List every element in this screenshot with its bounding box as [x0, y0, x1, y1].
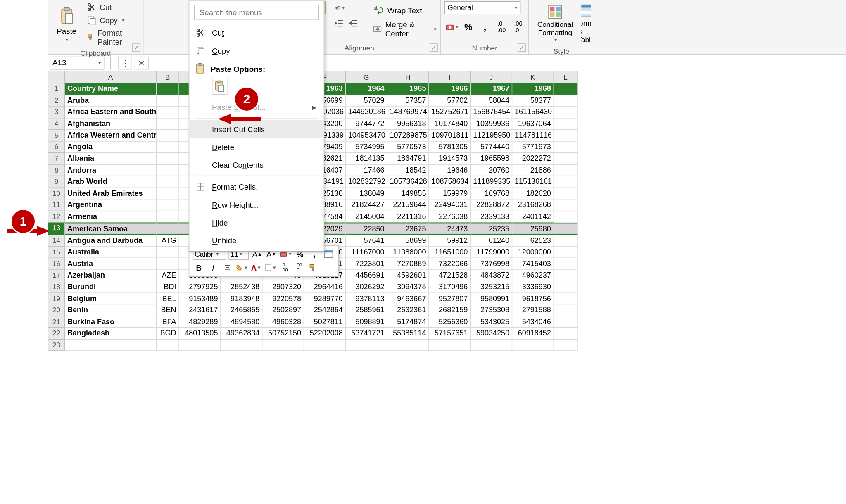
cell[interactable]: 21886 [512, 164, 554, 176]
cell[interactable]: 7270889 [387, 258, 429, 270]
cell[interactable]: 9153489 [179, 293, 221, 304]
cell[interactable]: 9463667 [387, 293, 429, 304]
merge-center-button[interactable]: Merge & Center ▾ [370, 19, 440, 40]
cell[interactable] [512, 340, 554, 351]
cell[interactable] [471, 340, 512, 351]
row-header[interactable]: 13 [48, 223, 65, 235]
cell[interactable]: 3170496 [429, 281, 471, 293]
cell[interactable]: 4843872 [471, 270, 512, 281]
cell[interactable]: 2502897 [262, 304, 304, 316]
row-header[interactable]: 14 [48, 235, 65, 247]
cell[interactable]: 107289875 [387, 130, 429, 141]
cell[interactable] [554, 83, 578, 95]
cell[interactable]: Burkina Faso [65, 316, 157, 328]
cell[interactable]: 148769974 [387, 107, 429, 118]
cell[interactable]: Burundi [65, 281, 157, 293]
cell[interactable] [157, 340, 179, 351]
cell[interactable] [554, 141, 578, 153]
cell[interactable]: 1967 [471, 83, 512, 95]
row-header[interactable]: 7 [48, 153, 65, 164]
cell[interactable] [157, 141, 179, 153]
cell[interactable]: 161156430 [512, 107, 554, 118]
cell[interactable]: 19646 [429, 164, 471, 176]
cell[interactable]: BFA [157, 316, 179, 328]
cell[interactable]: 2632361 [387, 304, 429, 316]
cell[interactable] [387, 340, 429, 351]
cell[interactable]: 4721528 [429, 270, 471, 281]
cell[interactable]: 2797925 [179, 281, 221, 293]
column-header-L[interactable]: L [554, 71, 578, 83]
cell[interactable]: 7322066 [429, 258, 471, 270]
mini-font-color-button[interactable]: A▾ [250, 262, 262, 274]
cell[interactable]: Belgium [65, 293, 157, 304]
mini-fill-color-button[interactable]: ▾ [236, 262, 248, 274]
cell[interactable]: BEN [157, 304, 179, 316]
cell[interactable] [554, 107, 578, 118]
cell[interactable] [554, 247, 578, 258]
cell[interactable] [429, 340, 471, 351]
cell[interactable]: 144920186 [346, 107, 387, 118]
cell[interactable]: 59034250 [471, 328, 512, 339]
cell[interactable] [157, 118, 179, 130]
cell[interactable]: 4960237 [512, 270, 554, 281]
cell[interactable] [554, 118, 578, 130]
cell[interactable]: 2022272 [512, 153, 554, 164]
cell[interactable] [554, 235, 578, 247]
cell[interactable]: 62523 [512, 235, 554, 247]
cell[interactable]: 9220578 [262, 293, 304, 304]
cell[interactable]: 49362834 [221, 328, 263, 339]
cell[interactable]: 9956318 [387, 118, 429, 130]
cell[interactable]: 138049 [346, 188, 387, 199]
row-header[interactable]: 1 [48, 83, 65, 95]
cell[interactable]: 2465865 [221, 304, 263, 316]
cell[interactable]: Antigua and Barbuda [65, 235, 157, 247]
cell[interactable]: Andorra [65, 164, 157, 176]
cell[interactable] [554, 340, 578, 351]
comma-button[interactable]: , [478, 20, 492, 33]
cell[interactable]: 22159644 [387, 199, 429, 211]
cell[interactable]: 7415403 [512, 258, 554, 270]
column-header-B[interactable]: B [157, 71, 179, 83]
cell[interactable]: AZE [157, 270, 179, 281]
cell[interactable] [157, 107, 179, 118]
cell[interactable]: 52202008 [304, 328, 346, 339]
cell[interactable]: 169768 [471, 188, 512, 199]
cell[interactable]: 2964416 [304, 281, 346, 293]
row-header[interactable]: 20 [48, 304, 65, 316]
cell[interactable]: 11651000 [429, 247, 471, 258]
cell[interactable]: 108758634 [429, 176, 471, 188]
cell[interactable]: 1965598 [471, 153, 512, 164]
cell[interactable]: 17466 [346, 164, 387, 176]
cell[interactable] [157, 130, 179, 141]
cell[interactable]: Angola [65, 141, 157, 153]
cell[interactable]: 3253215 [471, 281, 512, 293]
cell[interactable] [157, 83, 179, 95]
cell[interactable]: 111899335 [471, 176, 512, 188]
cell[interactable] [157, 199, 179, 211]
cell[interactable] [304, 340, 346, 351]
menu-cut[interactable]: Cut [189, 24, 323, 42]
cell[interactable]: 5027811 [304, 316, 346, 328]
cell[interactable]: Armenia [65, 211, 157, 222]
cell[interactable]: 5770573 [387, 141, 429, 153]
cell[interactable]: 152752671 [429, 107, 471, 118]
cell[interactable] [157, 258, 179, 270]
cell[interactable]: Argentina [65, 199, 157, 211]
menu-search-input[interactable] [194, 5, 319, 20]
cell[interactable]: 5343025 [471, 316, 512, 328]
cell[interactable] [554, 211, 578, 222]
cell[interactable]: 1914573 [429, 153, 471, 164]
copy-button[interactable]: Copy ▾ [85, 14, 139, 26]
cell[interactable]: Afghanistan [65, 118, 157, 130]
cell[interactable]: 1814135 [346, 153, 387, 164]
cell[interactable]: 3336930 [512, 281, 554, 293]
cell[interactable]: 4960328 [262, 316, 304, 328]
cell[interactable]: 4829289 [179, 316, 221, 328]
cell[interactable]: 2145004 [346, 211, 387, 222]
cell[interactable]: 57157651 [429, 328, 471, 339]
cell[interactable]: BGD [157, 328, 179, 339]
cell[interactable]: 2276038 [429, 211, 471, 222]
cell[interactable]: 57029 [346, 95, 387, 107]
cell[interactable] [554, 316, 578, 328]
cell[interactable]: 5098891 [346, 316, 387, 328]
